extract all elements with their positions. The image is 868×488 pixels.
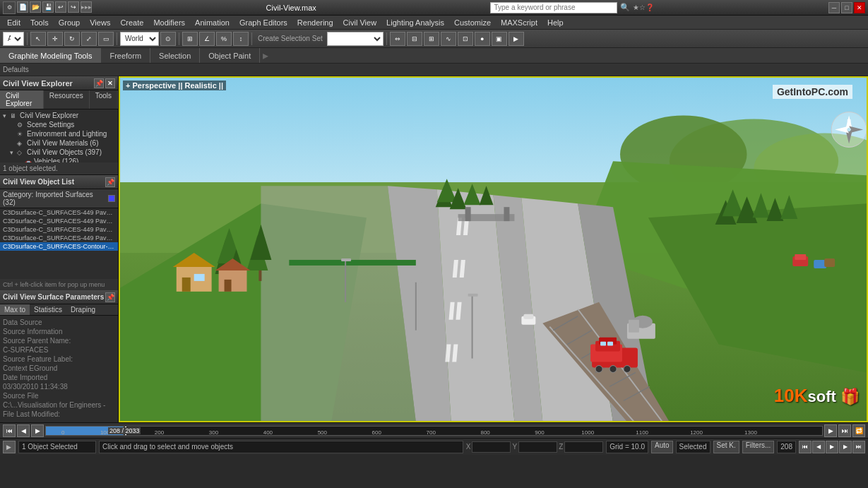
search-icon[interactable]: 🔍 <box>620 3 630 12</box>
maximize-button[interactable]: □ <box>841 2 852 13</box>
obj-list-item-2[interactable]: C3Dsurface-C_SURFACES-449 PaveSurf... <box>0 217 118 225</box>
save-file-icon[interactable]: 💾 <box>42 1 54 13</box>
pb-play-btn[interactable]: ▶ <box>826 441 838 453</box>
pin-button[interactable]: 📌 <box>94 78 104 88</box>
tree-civil-objects[interactable]: ▾ ◇ Civil View Objects (397) <box>1 148 117 157</box>
obj-list-item-4[interactable]: C3Dsurface-C_SURFACES-449 PaveSurf... <box>0 234 118 242</box>
menu-tools[interactable]: Tools <box>26 17 53 28</box>
select-tool-btn[interactable]: ↖ <box>30 32 46 46</box>
svg-rect-80 <box>468 294 478 297</box>
timeline-loop-btn[interactable]: 🔁 <box>852 424 865 437</box>
menu-customize[interactable]: Customize <box>450 17 495 28</box>
menu-civil-view[interactable]: Civil View <box>339 17 381 28</box>
timeline-track[interactable]: 0 100 200 300 400 500 600 700 800 900 10… <box>45 426 823 436</box>
selection-tab[interactable]: Selection <box>150 48 200 63</box>
snap-toggle-btn[interactable]: ⊞ <box>182 32 198 46</box>
material-editor-btn[interactable]: ● <box>475 32 490 46</box>
tree-civil-materials[interactable]: ◈ Civil View Materials (6) <box>1 138 117 148</box>
menu-animation[interactable]: Animation <box>191 17 234 28</box>
tab-source[interactable]: Max to <box>0 304 30 315</box>
menu-views[interactable]: Views <box>85 17 114 28</box>
3d-viewport[interactable]: + Perspective || Realistic || <box>119 76 868 422</box>
object-paint-tab[interactable]: Object Paint <box>200 48 260 63</box>
obj-list-item-5[interactable]: C3Dsurface-C_SURFACES-Contour-EGrou... <box>0 242 118 251</box>
obj-list-item-3[interactable]: C3Dsurface-C_SURFACES-449 PaveSurf... <box>0 225 118 234</box>
coord-system-select[interactable]: World <box>120 32 159 46</box>
menu-group[interactable]: Group <box>54 17 85 28</box>
close-button[interactable]: ✕ <box>854 2 865 13</box>
align-btn[interactable]: ⊟ <box>407 32 422 46</box>
panel-header-buttons: 📌 ✕ <box>94 78 115 88</box>
pb-next-btn[interactable]: ▶ <box>839 441 852 453</box>
curve-editor-btn[interactable]: ∿ <box>441 32 456 46</box>
set-k-btn[interactable]: Set K. <box>713 441 739 453</box>
minimize-button[interactable]: ─ <box>828 2 840 13</box>
percent-snap-btn[interactable]: % <box>216 32 232 46</box>
timeline-play-btn[interactable]: ▶ <box>31 424 44 437</box>
x-coord-input[interactable] <box>472 441 511 453</box>
surface-pin-btn[interactable]: 📌 <box>105 292 115 302</box>
angle-snap-btn[interactable]: ∠ <box>199 32 215 46</box>
tab-civil-explorer[interactable]: Civil Explorer <box>0 90 44 109</box>
graphite-modeling-tools-tab[interactable]: Graphite Modeling Tools <box>0 48 101 63</box>
source-info-row: Source Information <box>3 328 115 335</box>
svg-text:1300: 1300 <box>744 429 757 435</box>
tab-resources[interactable]: Resources <box>44 90 90 109</box>
y-coord-input[interactable] <box>518 441 557 453</box>
filters-btn[interactable]: Filters... <box>742 441 775 453</box>
tree-vehicles[interactable]: 🚗 Vehicles (126) <box>1 157 117 162</box>
select-region-btn[interactable]: ▭ <box>98 32 114 46</box>
tree-civil-view-explorer[interactable]: ▾ 🖥 Civil View Explorer <box>1 111 117 120</box>
open-file-icon[interactable]: 📂 <box>30 1 41 13</box>
undo-icon[interactable]: ↩ <box>55 1 66 13</box>
timeline-next-btn[interactable]: ▶ <box>824 424 837 437</box>
new-file-icon[interactable]: 📄 <box>17 1 28 13</box>
menu-modifiers[interactable]: Modifiers <box>149 17 189 28</box>
menu-graph-editors[interactable]: Graph Editors <box>235 17 292 28</box>
tree-environment[interactable]: ☀ Environment and Lighting <box>1 129 117 138</box>
render-frame-btn[interactable]: ▶ <box>509 32 524 46</box>
render-setup-btn[interactable]: ▣ <box>492 32 507 46</box>
title-bar: ⚙ 📄 📂 💾 ↩ ↪ ▸▸▸ Civil-View.max 🔍 ★☆❓ ─ □… <box>0 0 868 16</box>
mode-select[interactable]: All <box>3 32 24 46</box>
keyword-search-input[interactable] <box>490 2 617 13</box>
pb-prev-btn[interactable]: ◀ <box>812 441 825 453</box>
timeline-prev-btn[interactable]: ◀ <box>17 424 30 437</box>
timeline-start-btn[interactable]: ⏮ <box>3 424 16 437</box>
rotate-tool-btn[interactable]: ↻ <box>64 32 80 46</box>
app-icon: ⚙ <box>3 1 16 14</box>
obj-list-pin-btn[interactable]: 📌 <box>105 177 115 187</box>
freeform-tab[interactable]: Freeform <box>101 48 150 63</box>
selection-set-select[interactable] <box>327 32 384 46</box>
tab-statistics[interactable]: Statistics <box>30 304 66 315</box>
move-tool-btn[interactable]: ✛ <box>47 32 63 46</box>
auto-btn[interactable]: Auto <box>651 441 673 453</box>
schematic-view-btn[interactable]: ⊡ <box>458 32 473 46</box>
menu-create[interactable]: Create <box>116 17 148 28</box>
svg-rect-74 <box>504 207 509 221</box>
spinner-snap-btn[interactable]: ↕ <box>233 32 249 46</box>
timeline-end-btn[interactable]: ⏭ <box>838 424 851 437</box>
z-coord-input[interactable] <box>564 441 603 453</box>
mirror-btn[interactable]: ⇔ <box>390 32 405 46</box>
menu-maxscript[interactable]: MAXScript <box>497 17 542 28</box>
svg-rect-38 <box>600 342 606 346</box>
layer-manager-btn[interactable]: ⊞ <box>424 32 439 46</box>
menu-lighting-analysis[interactable]: Lighting Analysis <box>382 17 448 28</box>
tab-draping[interactable]: Draping <box>66 304 100 315</box>
scale-tool-btn[interactable]: ⤢ <box>81 32 97 46</box>
pb-start-btn[interactable]: ⏮ <box>799 441 811 453</box>
menu-edit[interactable]: Edit <box>3 17 25 28</box>
toolbar-separator-3 <box>179 32 179 45</box>
redo-icon[interactable]: ↪ <box>68 1 79 13</box>
obj-list-item-1[interactable]: C3Dsurface-C_SURFACES-449 PaveSurf... <box>0 208 118 217</box>
source-parent-value-row: C-SURFACES <box>3 346 115 354</box>
menu-rendering[interactable]: Rendering <box>293 17 338 28</box>
tree-scene-settings[interactable]: ⚙ Scene Settings <box>1 120 117 129</box>
close-panel-button[interactable]: ✕ <box>105 78 115 88</box>
reference-coord-btn[interactable]: ⊙ <box>160 32 176 46</box>
playback-btns: ⏮ ◀ ▶ ▶ ⏭ <box>799 441 865 453</box>
pb-end-btn[interactable]: ⏭ <box>852 441 865 453</box>
menu-help[interactable]: Help <box>543 17 568 28</box>
tab-tools[interactable]: Tools <box>90 90 118 109</box>
